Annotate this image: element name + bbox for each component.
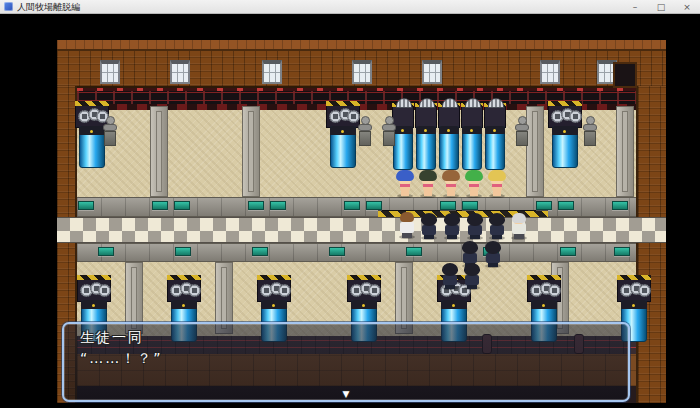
gear-tank-machine	[548, 104, 582, 168]
console-screen	[329, 247, 345, 256]
console-screen	[175, 247, 191, 256]
console-screen	[560, 247, 576, 256]
close-button[interactable]: ×	[674, 0, 700, 14]
console-row-2	[77, 243, 636, 262]
console-screen	[174, 201, 190, 210]
window-controls: – □ ×	[622, 0, 700, 14]
console-screen	[344, 201, 360, 210]
wall-window	[170, 60, 190, 84]
console-screen	[98, 247, 114, 256]
console-screen	[248, 201, 264, 210]
wall-window	[352, 60, 372, 84]
character-student	[419, 212, 439, 240]
character-student	[483, 240, 503, 268]
wall-doorway	[613, 62, 637, 88]
window-title: 人間牧場離脱編	[17, 0, 80, 14]
blue-tank-machine	[438, 106, 460, 170]
statue-pedestal	[102, 116, 118, 148]
continue-arrow-icon[interactable]: ▼	[343, 389, 350, 399]
character-girl	[464, 170, 484, 198]
character-adult	[397, 211, 417, 239]
console-screen	[558, 201, 574, 210]
console-screen	[252, 247, 268, 256]
game-viewport[interactable]: 生徒一同 “……！？” ▼	[57, 40, 666, 403]
console-screen	[152, 201, 168, 210]
wall-window	[540, 60, 560, 84]
console-screen	[406, 247, 422, 256]
character-student	[440, 262, 460, 290]
wall-window	[422, 60, 442, 84]
wall-window	[262, 60, 282, 84]
stone-pillar	[616, 106, 634, 197]
character-girl	[395, 170, 415, 198]
console-screen	[366, 201, 382, 210]
character-girl	[487, 170, 507, 198]
statue-pedestal	[582, 116, 598, 148]
app-icon	[4, 2, 13, 11]
character-student	[465, 212, 485, 240]
character-girl	[418, 170, 438, 198]
console-screen	[536, 201, 552, 210]
blue-tank-machine	[461, 106, 483, 170]
console-screen	[270, 201, 286, 210]
character-student	[487, 212, 507, 240]
title-bar: 人間牧場離脱編 – □ ×	[0, 0, 700, 14]
console-screen	[612, 201, 628, 210]
blue-tank-machine	[484, 106, 506, 170]
character-student	[462, 262, 482, 290]
application-window: 人間牧場離脱編 – □ × 生徒一同 “……！？” ▼	[0, 0, 700, 408]
character-elder	[509, 212, 529, 240]
statue-pedestal	[381, 116, 397, 148]
console-screen	[614, 247, 630, 256]
right-wall	[636, 86, 666, 403]
console-screen	[462, 201, 478, 210]
dialogue-box[interactable]: 生徒一同 “……！？” ▼	[62, 322, 630, 402]
dialogue-text: “……！？”	[80, 350, 163, 368]
statue-pedestal	[357, 116, 373, 148]
diamond-walkway	[57, 217, 666, 243]
stone-pillar	[242, 106, 260, 197]
statue-pedestal	[514, 116, 530, 148]
console-screen	[440, 201, 456, 210]
console-screen	[78, 201, 94, 210]
dialogue-speaker: 生徒一同	[80, 329, 144, 347]
character-student	[442, 212, 462, 240]
stone-pillar	[150, 106, 168, 197]
gear-tank-machine	[326, 104, 360, 168]
blue-tank-machine	[415, 106, 437, 170]
maximize-button[interactable]: □	[648, 0, 674, 14]
wall-window	[100, 60, 120, 84]
character-girl	[441, 170, 461, 198]
minimize-button[interactable]: –	[622, 0, 648, 14]
